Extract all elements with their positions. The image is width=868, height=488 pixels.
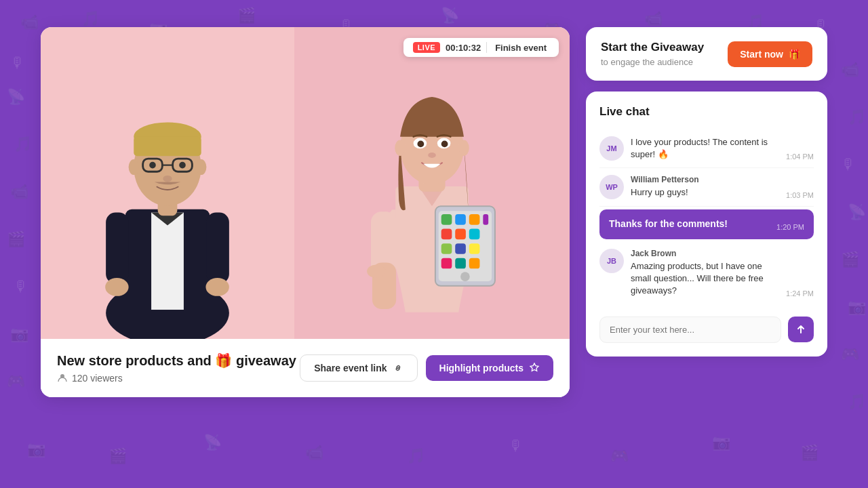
female-presenter <box>337 34 527 339</box>
live-timer: 00:10:32 <box>446 43 481 53</box>
send-message-button[interactable] <box>788 317 814 342</box>
svg-point-27 <box>441 141 448 148</box>
bg-icon: 🎵 <box>407 447 425 465</box>
svg-rect-6 <box>134 137 201 157</box>
viewer-count-text: 120 viewers <box>72 373 123 384</box>
svg-point-22 <box>395 140 406 156</box>
live-badge-container: LIVE 00:10:32 Finish event <box>403 38 559 57</box>
action-buttons: Share event link Highlight products <box>300 354 553 382</box>
svg-rect-34 <box>441 214 452 225</box>
svg-point-28 <box>428 152 436 158</box>
message-sender: William Petterson <box>631 175 814 184</box>
svg-point-26 <box>418 141 425 148</box>
svg-rect-35 <box>455 214 466 225</box>
star-icon <box>529 363 540 373</box>
chat-panel: Start the Giveaway to engage the audienc… <box>586 27 827 357</box>
svg-point-7 <box>129 159 139 175</box>
message-time: 1:24 PM <box>786 289 814 298</box>
event-details: New store products and 🎁 giveaway 120 vi… <box>57 352 296 384</box>
highlight-button-label: Highlight products <box>439 363 524 373</box>
avatar: WP <box>599 175 624 199</box>
giveaway-card: Start the Giveaway to engage the audienc… <box>586 27 827 81</box>
svg-point-18 <box>206 278 229 296</box>
message-text: Thanks for the comments! <box>609 218 771 231</box>
svg-point-48 <box>367 264 385 278</box>
finish-event-button[interactable]: Finish event <box>492 43 549 53</box>
bg-icon: 📡 <box>203 434 222 451</box>
message-row: Amazing products, but I have one small q… <box>631 260 814 298</box>
bg-icon: 🎬 <box>108 447 127 465</box>
svg-point-8 <box>196 159 206 175</box>
svg-point-47 <box>460 272 470 281</box>
svg-rect-43 <box>469 243 480 254</box>
message-content: Jack Brown Amazing products, but I have … <box>631 249 814 298</box>
message-content: I love your products! The content is sup… <box>631 136 814 161</box>
svg-rect-39 <box>455 229 466 240</box>
chat-message: WP William Petterson Hurry up guys! 1:03… <box>599 168 814 207</box>
message-sender: Jack Brown <box>631 249 814 258</box>
bg-icon: 🎙 <box>509 437 524 455</box>
svg-rect-2 <box>151 212 184 309</box>
chat-input-area <box>599 314 814 343</box>
chat-title: Live chat <box>599 105 814 119</box>
chat-input[interactable] <box>599 317 781 343</box>
message-content: William Petterson Hurry up guys! 1:03 PM <box>631 175 814 199</box>
message-text: Hurry up guys! <box>631 186 781 199</box>
male-presenter <box>86 41 249 339</box>
highlight-products-button[interactable]: Highlight products <box>426 355 553 381</box>
message-text: Amazing products, but I have one small q… <box>631 260 781 298</box>
video-info-bar: New store products and 🎁 giveaway 120 vi… <box>41 339 570 397</box>
live-indicator: LIVE <box>413 42 440 53</box>
svg-rect-36 <box>469 214 480 225</box>
svg-rect-38 <box>441 229 452 240</box>
link-icon <box>393 363 403 373</box>
divider <box>486 42 487 53</box>
giveaway-text: Start the Giveaway to engage the audienc… <box>601 41 704 67</box>
svg-rect-15 <box>106 212 128 283</box>
avatar: JM <box>599 136 624 161</box>
viewer-count: 120 viewers <box>57 373 296 384</box>
svg-point-17 <box>105 278 128 296</box>
svg-point-12 <box>149 162 156 169</box>
message-row: Hurry up guys! 1:03 PM <box>631 186 814 199</box>
giveaway-subtitle: to engage the audience <box>601 57 704 67</box>
chat-message-highlighted: Thanks for the comments! 1:20 PM <box>599 209 814 239</box>
message-time: 1:03 PM <box>786 191 814 199</box>
main-container: LIVE 00:10:32 Finish event <box>0 0 868 424</box>
svg-point-13 <box>179 162 186 169</box>
message-row: Thanks for the comments! 1:20 PM <box>609 218 804 231</box>
video-panel: LIVE 00:10:32 Finish event <box>41 27 570 397</box>
message-time: 1:20 PM <box>776 223 804 231</box>
chat-message: JM I love your products! The content is … <box>599 129 814 168</box>
bg-icon: 🎮 <box>610 447 629 465</box>
svg-rect-45 <box>455 258 466 269</box>
svg-point-23 <box>458 140 469 156</box>
bg-icon: 📹 <box>305 444 323 462</box>
svg-rect-42 <box>455 243 466 254</box>
message-row: I love your products! The content is sup… <box>631 136 814 161</box>
live-chat-card: Live chat JM I love your products! The c… <box>586 92 827 357</box>
chat-messages: JM I love your products! The content is … <box>599 129 814 304</box>
message-time: 1:04 PM <box>786 152 814 161</box>
svg-rect-44 <box>441 258 452 269</box>
share-event-button[interactable]: Share event link <box>300 354 417 382</box>
chat-message: JB Jack Brown Amazing products, but I ha… <box>599 242 814 304</box>
video-area: LIVE 00:10:32 Finish event <box>41 27 570 339</box>
event-title: New store products and 🎁 giveaway <box>57 352 296 369</box>
svg-rect-16 <box>207 212 229 283</box>
giveaway-title: Start the Giveaway <box>601 41 704 54</box>
start-now-label: Start now <box>740 49 783 60</box>
avatar: JB <box>599 249 624 273</box>
send-icon <box>795 323 807 336</box>
bg-icon: 📷 <box>27 441 45 458</box>
svg-rect-37 <box>484 214 489 225</box>
start-giveaway-button[interactable]: Start now 🎁 <box>728 41 812 67</box>
svg-rect-46 <box>469 258 480 269</box>
message-text: I love your products! The content is sup… <box>631 136 781 161</box>
bg-icon: 🎬 <box>800 444 818 462</box>
person-icon <box>57 373 68 384</box>
svg-rect-40 <box>469 229 480 240</box>
share-button-label: Share event link <box>314 363 387 373</box>
svg-point-14 <box>163 176 172 182</box>
bg-icon: 📷 <box>712 434 730 451</box>
